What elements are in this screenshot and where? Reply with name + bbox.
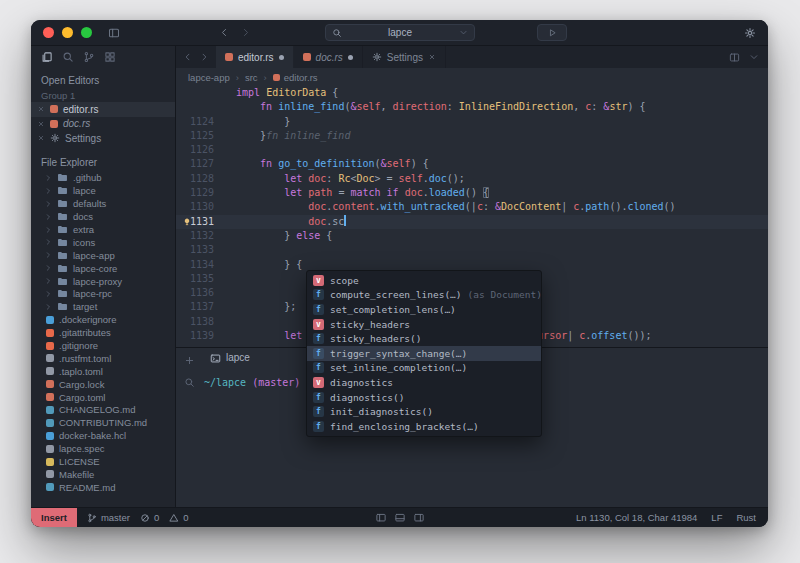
activity-search-button[interactable] <box>62 51 74 63</box>
tab-scroll-left-button[interactable] <box>183 52 193 62</box>
toggle-right-panel-button[interactable] <box>413 512 424 523</box>
open-editor-doc-rs[interactable]: doc.rs <box>31 117 175 132</box>
completion-item-set-completion-lens-[interactable]: fset_completion_lens(…) <box>307 302 541 317</box>
tree-item-label: lapce-proxy <box>73 276 122 287</box>
close-icon[interactable] <box>37 105 45 113</box>
terminal-tab[interactable]: lapce <box>202 352 258 364</box>
completion-item-scope[interactable]: vscope <box>307 273 541 288</box>
breadcrumb-item-lapce-app[interactable]: lapce-app <box>188 72 230 83</box>
file-explorer-header[interactable]: File Explorer <box>31 155 175 171</box>
tree-file-lapce-spec[interactable]: lapce.spec <box>31 442 175 455</box>
completion-item-find-enclosing-brackets-[interactable]: ffind_enclosing_brackets(…) <box>307 419 541 434</box>
breadcrumb-item-editor-rs[interactable]: editor.rs <box>273 72 318 83</box>
toggle-left-panel-button[interactable] <box>375 512 386 523</box>
completion-kind-function-icon: f <box>313 406 324 417</box>
tree-folder-target[interactable]: target <box>31 300 175 313</box>
tree-file-cargo-lock[interactable]: Cargo.lock <box>31 378 175 391</box>
tree-file-cargo-toml[interactable]: Cargo.toml <box>31 391 175 404</box>
completion-item-diagnostics-[interactable]: fdiagnostics() <box>307 390 541 405</box>
activity-extensions-button[interactable] <box>104 51 116 63</box>
activity-branch-button[interactable] <box>83 51 95 63</box>
branch-indicator[interactable]: master <box>87 512 130 523</box>
activity-files-button[interactable] <box>41 51 53 63</box>
code-line-1126[interactable]: 1126 <box>176 143 768 157</box>
code-line-1124[interactable]: 1124 } <box>176 115 768 129</box>
tree-file-docker-bake-hcl[interactable]: docker-bake.hcl <box>31 429 175 442</box>
tree-file-license[interactable]: LICENSE <box>31 455 175 468</box>
completion-item-diagnostics[interactable]: vdiagnostics <box>307 375 541 390</box>
code-line-1132[interactable]: 1132 } else { <box>176 229 768 243</box>
run-button[interactable] <box>537 24 567 41</box>
tree-file--gitattributes[interactable]: .gitattributes <box>31 326 175 339</box>
settings-button[interactable] <box>744 24 756 42</box>
open-editor-settings[interactable]: Settings <box>31 131 175 146</box>
code-line-1133[interactable]: 1133 <box>176 243 768 257</box>
new-terminal-button[interactable] <box>184 355 195 366</box>
close-window-button[interactable] <box>43 27 54 38</box>
tree-file--taplo-toml[interactable]: .taplo.toml <box>31 365 175 378</box>
tree-folder-icons[interactable]: icons <box>31 236 175 249</box>
tab-doc-rs[interactable]: doc.rs <box>294 46 363 68</box>
nav-forward-button[interactable] <box>240 27 251 38</box>
line-number: 1136 <box>176 286 214 300</box>
tree-folder-lapce-app[interactable]: lapce-app <box>31 249 175 262</box>
chevron-right-icon <box>44 264 52 272</box>
open-editors-header[interactable]: Open Editors <box>31 72 175 88</box>
line-number: 1124 <box>176 115 214 129</box>
tab-scroll-right-button[interactable] <box>199 52 209 62</box>
code-editor[interactable]: impl EditorData { fn inline_find(&self, … <box>176 86 768 347</box>
tree-file-changelog-md[interactable]: CHANGELOG.md <box>31 404 175 417</box>
language-indicator[interactable]: Rust <box>736 512 756 523</box>
tree-file--rustfmt-toml[interactable]: .rustfmt.toml <box>31 352 175 365</box>
breadcrumb-item-src[interactable]: src <box>245 72 258 83</box>
close-icon[interactable] <box>428 53 436 61</box>
tree-folder-lapce[interactable]: lapce <box>31 184 175 197</box>
tree-folder--github[interactable]: .github <box>31 172 175 185</box>
error-count[interactable]: 0 <box>140 512 159 523</box>
open-editor-editor-rs[interactable]: editor.rs <box>31 102 175 117</box>
tree-folder-lapce-rpc[interactable]: lapce-rpc <box>31 288 175 301</box>
completion-item-set-inline-completion-[interactable]: fset_inline_completion(…) <box>307 361 541 376</box>
warning-count[interactable]: 0 <box>169 512 188 523</box>
completion-item-sticky-headers[interactable]: vsticky_headers <box>307 317 541 332</box>
tab-editor-rs[interactable]: editor.rs <box>216 46 294 68</box>
lightbulb-icon[interactable] <box>182 217 192 227</box>
minimize-window-button[interactable] <box>62 27 73 38</box>
tree-folder-lapce-proxy[interactable]: lapce-proxy <box>31 275 175 288</box>
sidebar-toggle-button[interactable] <box>108 24 120 42</box>
code-line-1128[interactable]: 1128 let doc: Rc<Doc> = self.doc(); <box>176 172 768 186</box>
tree-file-makefile[interactable]: Makefile <box>31 468 175 481</box>
code-line-1127[interactable]: 1127 fn go_to_definition(&self) { <box>176 157 768 171</box>
panel-search-button[interactable] <box>184 377 195 388</box>
completion-item-sticky-headers-[interactable]: fsticky_headers() <box>307 331 541 346</box>
code-line-1125[interactable]: 1125 }fn inline_find <box>176 129 768 143</box>
code-line-1131[interactable]: 1131 doc.sc <box>176 215 768 229</box>
toggle-bottom-panel-button[interactable] <box>394 512 405 523</box>
close-icon[interactable] <box>37 134 45 142</box>
close-icon[interactable] <box>37 120 45 128</box>
tree-folder-lapce-core[interactable]: lapce-core <box>31 262 175 275</box>
tree-folder-docs[interactable]: docs <box>31 210 175 223</box>
tree-folder-extra[interactable]: extra <box>31 223 175 236</box>
tree-folder-defaults[interactable]: defaults <box>31 197 175 210</box>
tree-file-readme-md[interactable]: README.md <box>31 481 175 494</box>
mode-indicator[interactable]: Insert <box>31 508 77 527</box>
split-editor-button[interactable] <box>729 52 740 63</box>
code-line-1130[interactable]: 1130 doc.content.with_untracked(|c: &Doc… <box>176 200 768 214</box>
code-line[interactable]: impl EditorData { <box>176 86 768 100</box>
completion-item-compute-screen-lines-[interactable]: fcompute_screen_lines(…)(as Document) <box>307 288 541 303</box>
completion-item-trigger-syntax-change-[interactable]: ftrigger_syntax_change(…) <box>307 346 541 361</box>
tree-file--gitignore[interactable]: .gitignore <box>31 339 175 352</box>
code-line-1129[interactable]: 1129 let path = match if doc.loaded() { <box>176 186 768 200</box>
cursor-position[interactable]: Ln 1130, Col 18, Char 41984 <box>576 512 697 523</box>
completion-item-init-diagnostics-[interactable]: finit_diagnostics() <box>307 404 541 419</box>
tab-overflow-button[interactable] <box>749 52 759 62</box>
eol-indicator[interactable]: LF <box>711 512 722 523</box>
tab-settings[interactable]: Settings <box>363 46 446 68</box>
code-line[interactable]: fn inline_find(&self, direction: InlineF… <box>176 100 768 114</box>
command-palette[interactable]: lapce <box>325 24 475 41</box>
tree-file-contributing-md[interactable]: CONTRIBUTING.md <box>31 416 175 429</box>
tree-file--dockerignore[interactable]: .dockerignore <box>31 313 175 326</box>
zoom-window-button[interactable] <box>81 27 92 38</box>
nav-back-button[interactable] <box>219 27 230 38</box>
